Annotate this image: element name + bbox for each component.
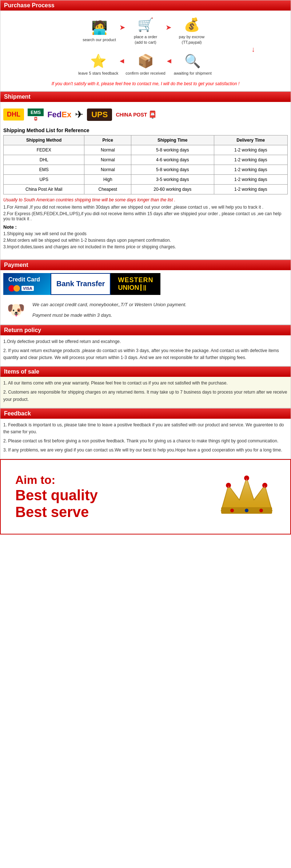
credit-card-logo: Credit Card VISA (3, 273, 51, 295)
payment-text-2: Payment must be made within 3 days. (32, 311, 187, 319)
return-text-2: 2. If you want return exchange products … (3, 347, 288, 361)
items-of-sale-title: Items of sale (4, 368, 39, 375)
table-row: EMSNormal5-8 working days1-2 working day… (4, 165, 288, 174)
process-label-await: awaiting for shipment (174, 71, 212, 75)
payment-header: Payment (0, 260, 291, 270)
pay-icon: 💰 (170, 17, 214, 32)
aim-to-section: Aim to: Best quality Best serve (0, 459, 291, 534)
mastercard-orange-circle (13, 285, 20, 292)
table-row: DHLNormal4-6 working days1-2 working day… (4, 155, 288, 165)
col-header-method: Shipping Method (4, 135, 84, 145)
items-of-sale-section: Items of sale 1. All our items come with… (0, 366, 291, 408)
process-label-search: search our product (83, 38, 116, 42)
feedback-text-2: 2. Please contact us first before giving… (3, 438, 288, 445)
process-step-cart: 🛒 place a order(add to cart) (124, 17, 167, 45)
ups-logo: UPS (87, 108, 112, 121)
table-row: China Post Air MailCheapest20-60 working… (4, 184, 288, 194)
cart-icon: 🛒 (124, 17, 167, 32)
bank-transfer-logo: Bank Transfer (51, 273, 111, 295)
col-header-shipping-time: Shipping Time (131, 135, 214, 145)
shipment-section: Shipment DHL EMS 📮 FedEx ✈ UPS CHINA POS… (0, 91, 291, 260)
process-step-feedback: ⭐ leave 5 stars feedback (76, 54, 120, 76)
process-label-feedback: leave 5 stars feedback (78, 71, 118, 75)
table-header-row: Shipping Method Price Shipping Time Deli… (4, 135, 288, 145)
shipping-bullet-1: 1.Shipping way :we will send out the goo… (3, 231, 288, 236)
payment-logos: Credit Card VISA Bank Transfer WESTERN U… (3, 273, 288, 295)
payment-section: Payment Credit Card VISA Bank Transfer W… (0, 260, 291, 325)
aim-to-label: Aim to: (15, 473, 98, 487)
purchase-process-title: Purchase Process (4, 2, 55, 8)
carrier-logos: DHL EMS 📮 FedEx ✈ UPS CHINA POST 📮 (3, 105, 288, 125)
payment-description: 🐶 We can accept credit card, moneybooker… (3, 299, 288, 321)
return-policy-title: Return policy (4, 327, 41, 333)
shipping-note-south-america: Usually to South American countries ship… (3, 197, 288, 202)
ems-logo: EMS (28, 108, 44, 116)
feedback-title: Feedback (4, 410, 31, 417)
feedback-text-1: 1. Feedback is important to us, please t… (3, 422, 288, 435)
shipping-table-title: Shipping Method List for Reference (3, 127, 288, 133)
col-header-delivery-time: Delivery Time (214, 135, 287, 145)
western-union-logo: WESTERN UNION || (111, 273, 160, 295)
feedback-section: Feedback 1. Feedback is important to us,… (0, 408, 291, 459)
feedback-text-3: 3. If any problems, we are very glad if … (3, 447, 288, 454)
shipping-bullet-3: 3.Import duties,taxes and charges are no… (3, 244, 288, 249)
items-text-1: 1. All our items come with one year warr… (3, 380, 288, 387)
shipping-note-express: 2.For Express (EMS,FEDEX,DHL,UPS),if you… (3, 211, 288, 221)
col-header-price: Price (84, 135, 131, 145)
shipment-header: Shipment (0, 92, 291, 102)
payment-mascot-icon: 🐶 (3, 301, 29, 319)
items-text-2: 2. Customers are responsible for shippin… (3, 389, 288, 403)
return-text-1: 1.Only defective product will be offered… (3, 338, 288, 345)
process-grid: 🧑‍💻 search our product ➤ 🛒 place a order… (3, 13, 288, 79)
process-row-2: ⭐ leave 5 stars feedback ◄ 📦 confirm ord… (76, 54, 215, 76)
process-step-search: 🧑‍💻 search our product (77, 20, 121, 42)
process-label-pay: pay by excrow(TT,paypal) (179, 35, 204, 44)
shipping-note-airmail: 1.For Airmail ,If you did not receive it… (3, 205, 288, 210)
table-row: UPSHigh3-5 working days1-2 working days (4, 174, 288, 184)
return-policy-section: Return policy 1.Only defective product w… (0, 325, 291, 367)
chinapost-logo: CHINA POST 📮 (116, 110, 157, 119)
confirm-icon: 📦 (124, 54, 167, 69)
purchase-process-header: Purchase Process (0, 0, 291, 11)
payment-text-1: We can accept credit card, moneybooker,,… (32, 300, 187, 309)
crown-icon (218, 467, 276, 526)
return-policy-header: Return policy (0, 325, 291, 335)
process-step-confirm: 📦 confirm order received (124, 54, 167, 76)
shipping-bullet-2: 2.Most orders will be shipped out within… (3, 238, 288, 243)
purchase-note: If you don't satisfy with it, please fee… (3, 79, 288, 88)
feedback-header: Feedback (0, 409, 291, 419)
search-person-icon: 🧑‍💻 (77, 20, 121, 35)
shipping-note-label: Note : (3, 224, 288, 230)
await-ship-icon: 🔍 (171, 54, 215, 69)
dhl-logo: DHL (3, 108, 24, 121)
process-label-confirm: confirm order received (125, 71, 165, 75)
shipping-table: Shipping Method Price Shipping Time Deli… (3, 135, 288, 194)
process-row-1: 🧑‍💻 search our product ➤ 🛒 place a order… (77, 17, 214, 45)
fedex-logo: FedEx (47, 110, 71, 119)
purchase-process-section: Purchase Process 🧑‍💻 search our product … (0, 0, 291, 91)
process-step-pay: 💰 pay by excrow(TT,paypal) (170, 17, 214, 45)
payment-title: Payment (4, 262, 28, 268)
visa-text: VISA (21, 286, 34, 291)
aim-to-text: Aim to: Best quality Best serve (15, 473, 98, 520)
cc-icons: VISA (8, 285, 34, 292)
process-step-await: 🔍 awaiting for shipment (171, 54, 215, 76)
aim-main-text: Best quality Best serve (15, 487, 98, 520)
fedex-plane-icon: ✈ (75, 108, 83, 121)
table-row: FEDEXNormal5-8 working days1-2 working d… (4, 145, 288, 155)
shipment-title: Shipment (4, 94, 31, 100)
process-label-cart: place a order(add to cart) (134, 35, 157, 44)
items-of-sale-header: Items of sale (0, 367, 291, 377)
feedback-icon: ⭐ (76, 54, 120, 69)
